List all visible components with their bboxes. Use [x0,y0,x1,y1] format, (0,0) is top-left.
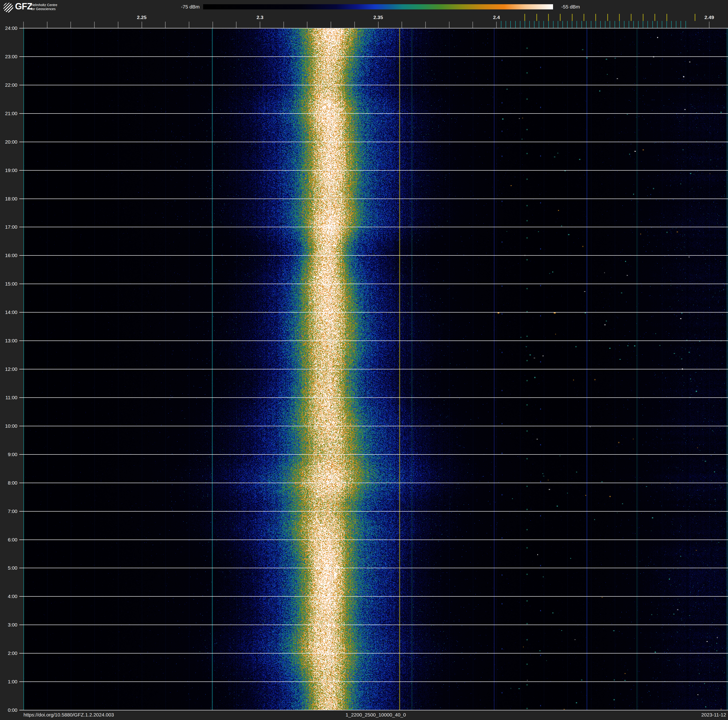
freq-minor-tick [47,21,47,28]
hour-gridline [19,312,728,313]
ble-channel-tick [520,21,520,28]
ble-channel-tick [671,21,671,28]
hour-gridline [19,596,728,597]
time-label-2300: 23:00 [0,54,17,60]
gfz-globe-icon [3,3,13,12]
hour-gridline [19,710,728,710]
ble-channel-tick [657,21,658,28]
freq-minor-tick [23,21,24,28]
time-label-1900: 19:00 [0,167,17,173]
ble-channel-tick [591,21,591,28]
ble-channel-tick [577,21,577,28]
footer-date: 2023-11-12 [653,712,726,718]
hour-gridline [19,454,728,455]
time-label-2200: 22:00 [0,82,17,88]
time-label-1700: 17:00 [0,224,17,230]
freq-minor-tick [236,21,237,28]
freq-minor-tick [709,21,710,28]
hour-gridline [19,28,728,28]
freq-label-2.25: 2.25 [131,15,152,20]
logo-subtitle-line1: Helmholtz Centre [31,3,57,7]
wifi-channel-tick [643,14,644,21]
hour-gridline [19,170,728,171]
ble-channel-tick [515,21,516,28]
ble-channel-tick [610,21,610,28]
time-label-200: 2:00 [0,650,17,656]
freq-minor-tick [354,21,355,28]
time-label-100: 1:00 [0,679,17,685]
ble-channel-tick [605,21,606,28]
ble-channel-tick [596,21,596,28]
ble-channel-tick [567,21,567,28]
footer-doi: https://doi.org/10.5880/GFZ.1.2.2024.003 [23,712,114,718]
ble-channel-tick [501,21,502,28]
time-label-1800: 18:00 [0,196,17,202]
time-label-1400: 14:00 [0,309,17,315]
time-label-000: 0:00 [0,707,17,713]
ble-channel-tick [581,21,582,28]
ble-channel-tick [534,21,534,28]
wifi-channel-tick [667,14,667,21]
hour-gridline [19,483,728,483]
freq-minor-tick [213,21,213,28]
freq-minor-tick [118,21,118,28]
freq-minor-tick [473,21,473,28]
colorbar-gradient [203,4,553,9]
freq-label-2.3: 2.3 [249,15,271,20]
freq-minor-tick [449,21,450,28]
time-label-2100: 21:00 [0,111,17,116]
hour-gridline [19,255,728,256]
freq-minor-tick [331,21,331,28]
time-label-900: 9:00 [0,452,17,457]
time-label-700: 7:00 [0,509,17,514]
ble-channel-tick [681,21,681,28]
hour-gridline [19,142,728,142]
ble-channel-tick [667,21,667,28]
hour-gridline [19,369,728,369]
freq-minor-tick [378,21,379,28]
hour-gridline [19,539,728,540]
wifi-channel-tick [525,14,525,21]
wifi-channel-tick [607,14,608,21]
time-label-1000: 10:00 [0,423,17,429]
logo-subtitle: Helmholtz Centre for Geosciences [31,3,57,11]
hour-gridline [19,682,728,682]
wifi-channel-tick [631,14,632,21]
time-label-2400: 24:00 [0,25,17,31]
wifi-channel-tick [595,14,596,21]
hour-gridline [19,568,728,568]
time-label-2000: 20:00 [0,139,17,145]
ble-channel-tick [548,21,549,28]
freq-minor-tick [260,21,260,28]
freq-label-2.4: 2.4 [486,15,507,20]
ble-channel-tick [600,21,601,28]
time-label-1300: 13:00 [0,338,17,343]
time-label-500: 5:00 [0,565,17,571]
hour-gridline [19,283,728,284]
ble-channel-tick [539,21,539,28]
time-label-1100: 11:00 [0,395,17,400]
ble-channel-tick [647,21,648,28]
wifi-channel-tick [619,14,620,21]
ble-channel-tick [525,21,525,28]
freq-minor-tick [402,21,402,28]
wifi-channel-tick [560,14,561,21]
ble-channel-tick [638,21,639,28]
wifi-channel-tick [572,14,572,21]
hour-gridline [19,227,728,227]
spectrogram-page: { "header": { "logo": { "acronym": "GFZ"… [0,0,728,720]
wifi-channel-tick [695,14,695,21]
colorbar-max-label: -55 dBm [561,4,580,10]
freq-label-2.35: 2.35 [368,15,389,20]
logo-subtitle-line2: for Geosciences [31,7,56,11]
ble-channel-tick [676,21,676,28]
wifi-channel-tick [584,14,584,21]
ble-channel-tick [633,21,634,28]
time-label-1600: 16:00 [0,253,17,258]
hour-gridline [19,625,728,625]
hour-gridline [19,85,728,85]
time-label-1200: 12:00 [0,366,17,372]
ble-channel-tick [510,21,511,28]
freq-minor-tick [496,21,497,28]
freq-label-2.49: 2.49 [699,15,720,20]
